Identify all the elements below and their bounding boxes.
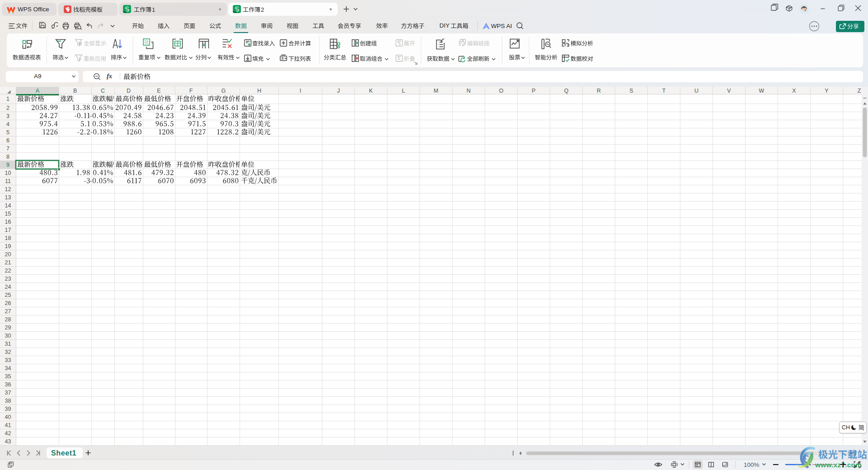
svg-text:100%: 100% bbox=[744, 461, 760, 468]
